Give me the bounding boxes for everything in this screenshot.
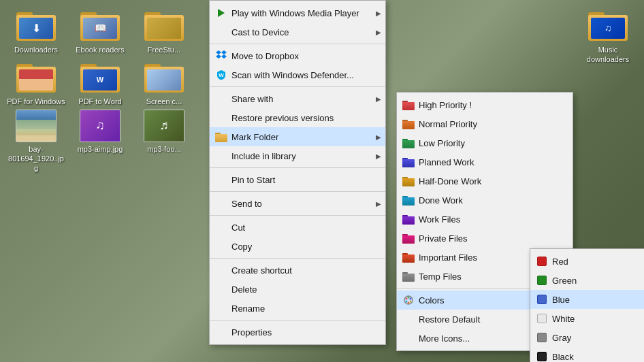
icon-label-ebook: Ebook readers — [76, 45, 125, 54]
icon-screen-capture[interactable]: Screen c... — [133, 57, 195, 106]
menu-item-red[interactable]: Red — [530, 252, 644, 271]
pin-icon — [215, 174, 227, 186]
blue-swatch-icon — [536, 293, 548, 306]
menu-item-copy[interactable]: Copy — [210, 237, 385, 256]
dropbox-icon — [215, 50, 227, 62]
menu-item-private-files[interactable]: Private Files — [397, 229, 573, 248]
icon-downloaders[interactable]: ⬇ Downloaders — [5, 5, 67, 54]
shortcut-icon — [215, 264, 227, 276]
menu-item-pin[interactable]: Pin to Start — [210, 170, 385, 189]
svg-point-4 — [408, 297, 410, 299]
desktop-icons-area: ⬇ Downloaders 📖 Ebook readers — [0, 0, 208, 178]
important-files-icon — [402, 251, 415, 263]
menu-item-library[interactable]: Include in library ▶ — [210, 146, 385, 165]
share-icon — [215, 93, 227, 105]
defender-icon: W — [215, 69, 227, 81]
menu-item-send-to[interactable]: Send to ▶ — [210, 194, 385, 213]
icon-label-bay: bay-801694_1920..jpg — [6, 144, 66, 174]
temp-files-icon — [402, 270, 415, 282]
black-swatch-icon — [536, 350, 548, 362]
icon-pdf-word[interactable]: W PDF to Word — [69, 57, 131, 106]
separator-3 — [210, 167, 385, 168]
separator-7 — [210, 320, 385, 320]
menu-item-black[interactable]: Black — [530, 347, 644, 362]
folder-color-icon — [215, 131, 227, 143]
menu-item-low-priority[interactable]: Low Priority — [397, 133, 573, 152]
restore-icon — [215, 112, 227, 124]
icon-label-screen-capture: Screen c... — [146, 97, 182, 106]
half-done-icon — [402, 175, 415, 187]
icon-label-music: Music downloaders — [578, 45, 638, 65]
cut-icon — [215, 221, 227, 233]
menu-item-cast[interactable]: Cast to Device ▶ — [210, 22, 385, 42]
menu-item-gray[interactable]: Gray — [530, 328, 644, 347]
arrow-icon: ▶ — [376, 10, 381, 17]
menu-item-half-done[interactable]: Half-Done Work — [397, 171, 573, 191]
menu-item-defender[interactable]: W Scan with Windows Defender... — [210, 65, 385, 84]
arrow-icon-library: ▶ — [376, 152, 381, 160]
menu-item-rename[interactable]: Rename — [210, 299, 385, 318]
more-icons-icon — [402, 332, 415, 344]
restore-default-icon — [402, 313, 415, 325]
icon-label-pdf-word: PDF to Word — [78, 97, 121, 106]
done-work-icon — [402, 194, 415, 206]
green-swatch-icon — [536, 274, 548, 286]
colors-submenu: Red Green Blue ↖ White Gray Black — [530, 248, 644, 362]
icon-bay-image[interactable]: bay-801694_1920..jpg — [5, 110, 67, 174]
red-swatch-icon — [536, 255, 548, 267]
white-swatch-icon — [536, 312, 548, 325]
arrow-icon-share: ▶ — [376, 95, 381, 103]
icon-mp3-aimp[interactable]: ♫ mp3-aimp.jpg — [69, 110, 131, 174]
icon-freestudio[interactable]: FreeStu... — [133, 5, 195, 54]
menu-item-dropbox[interactable]: Move to Dropbox — [210, 46, 385, 65]
menu-item-shortcut[interactable]: Create shortcut — [210, 261, 385, 280]
separator-4 — [210, 191, 385, 192]
menu-item-restore-versions[interactable]: Restore previous versions — [210, 108, 385, 127]
menu-item-delete[interactable]: Delete — [210, 280, 385, 299]
properties-icon — [215, 326, 227, 338]
menu-item-play[interactable]: Play with Windows Media Player ▶ — [210, 3, 385, 22]
icon-label-mp3-foo: mp3-foo... — [147, 144, 181, 154]
send-icon — [215, 197, 227, 210]
palette-icon — [402, 294, 415, 306]
library-icon — [215, 150, 227, 162]
arrow-icon-cast: ▶ — [376, 29, 381, 36]
arrow-icon-mark: ▶ — [376, 133, 381, 141]
svg-point-7 — [408, 302, 410, 304]
svg-text:W: W — [219, 72, 224, 78]
icon-label-downloaders: Downloaders — [14, 45, 58, 54]
menu-item-cut[interactable]: Cut — [210, 218, 385, 237]
menu-item-planned-work[interactable]: Planned Work — [397, 152, 573, 171]
copy-icon — [215, 240, 227, 252]
separator-5 — [210, 215, 385, 216]
menu-item-blue[interactable]: Blue ↖ — [530, 290, 644, 309]
menu-item-normal-priority[interactable]: Normal Priority — [397, 114, 573, 133]
menu-item-properties[interactable]: Properties — [210, 323, 385, 342]
separator-1 — [210, 44, 385, 44]
planned-work-icon — [402, 156, 415, 168]
icon-music-downloaders[interactable]: ♫ Music downloaders — [577, 5, 639, 65]
icon-ebook-readers[interactable]: 📖 Ebook readers — [69, 5, 131, 54]
menu-item-white[interactable]: White — [530, 309, 644, 328]
icon-mp3-foo[interactable]: ♬ mp3-foo... — [133, 110, 195, 174]
svg-point-3 — [406, 298, 408, 300]
svg-point-6 — [410, 301, 412, 303]
icon-label-pdf-windows: PDF for Windows — [7, 97, 65, 106]
cast-icon — [215, 26, 227, 38]
menu-item-share[interactable]: Share with ▶ — [210, 89, 385, 108]
high-priority-icon — [402, 99, 415, 111]
menu-item-mark-folder[interactable]: Mark Folder ▶ — [210, 127, 385, 146]
menu-item-work-files[interactable]: Work Files — [397, 210, 573, 229]
private-files-icon — [402, 232, 415, 244]
svg-marker-0 — [218, 9, 225, 17]
play-icon — [215, 7, 227, 19]
music-icon-area: ♫ Music downloaders — [572, 0, 644, 70]
svg-point-5 — [410, 298, 412, 300]
menu-item-high-priority[interactable]: High Priority ! — [397, 95, 573, 114]
gray-swatch-icon — [536, 331, 548, 344]
main-context-menu: Play with Windows Media Player ▶ Cast to… — [209, 0, 386, 345]
icon-pdf-windows[interactable]: PDF for Windows — [5, 57, 67, 106]
menu-item-green[interactable]: Green — [530, 271, 644, 290]
menu-item-done-work[interactable]: Done Work — [397, 191, 573, 210]
rename-icon — [215, 302, 227, 314]
